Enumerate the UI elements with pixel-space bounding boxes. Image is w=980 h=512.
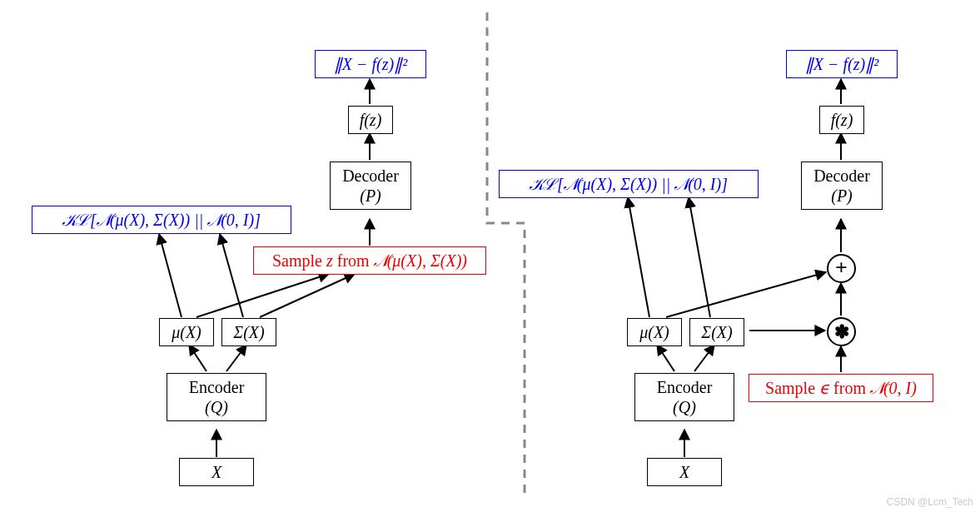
right-fz: f(z) [819,106,864,134]
right-loss: ‖X − f(z)‖² [786,50,898,78]
sample-dist: 𝒩(μ(X), Σ(X)) [374,251,467,270]
left-sigma: Σ(X) [221,318,276,346]
right-sample-box: Sample ϵ from 𝒩(0, I) [749,374,933,402]
left-input-x: X [179,458,254,486]
sample-var: ϵ [819,379,829,397]
right-encoder: Encoder (Q) [634,373,734,421]
left-loss: ‖X − f(z)‖² [315,50,426,78]
multiply-node: ✽ [827,317,856,346]
svg-line-2 [226,345,246,371]
left-decoder: Decoder (P) [330,162,411,210]
left-decoder-label: Decoder [342,167,399,185]
svg-line-3 [159,234,182,317]
sample-mid: from [333,251,374,270]
right-decoder: Decoder (P) [801,162,883,210]
sample-var: z [326,251,333,270]
svg-line-13 [628,197,649,317]
sample-prefix: Sample [272,251,326,270]
right-decoder-sub: (P) [831,186,853,205]
svg-line-1 [189,345,206,371]
right-encoder-label: Encoder [657,378,713,396]
left-decoder-sub: (P) [360,186,381,205]
svg-line-12 [694,345,714,371]
add-node: + [827,254,856,283]
left-kl-box: 𝒦ℒ[𝒩(μ(X), Σ(X)) || 𝒩(0, I)] [32,206,291,234]
left-mu: μ(X) [159,318,214,346]
left-sample-box: Sample z from 𝒩(μ(X), Σ(X)) [253,246,486,275]
right-encoder-sub: (Q) [673,398,696,416]
right-mu: μ(X) [627,318,682,346]
right-decoder-label: Decoder [813,167,870,185]
left-encoder: Encoder (Q) [167,373,266,421]
sample-prefix: Sample [765,379,819,397]
watermark: CSDN @Lcm_Tech [887,496,973,508]
sample-mid: from [829,379,870,397]
left-encoder-sub: (Q) [205,398,228,416]
right-sigma: Σ(X) [689,318,744,346]
svg-line-14 [689,197,710,317]
right-kl-box: 𝒦ℒ[𝒩(μ(X), Σ(X)) || 𝒩(0, I)] [499,170,759,198]
svg-line-6 [260,274,355,317]
svg-line-11 [657,345,674,371]
right-input-x: X [647,458,722,486]
left-fz: f(z) [348,106,393,134]
svg-line-18 [666,272,826,317]
svg-line-4 [220,234,243,317]
sample-dist: 𝒩(0, I) [870,379,917,397]
left-encoder-label: Encoder [189,378,245,396]
svg-line-5 [196,274,329,317]
